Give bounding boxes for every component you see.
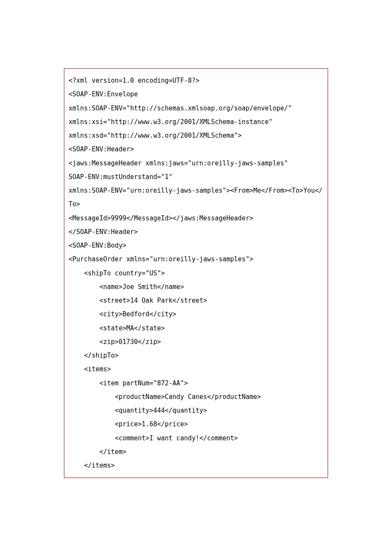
- code-content: <?xml version=1.0 encoding=UTF-8?> <SOAP…: [69, 77, 323, 469]
- xml-code-block: <?xml version=1.0 encoding=UTF-8?> <SOAP…: [64, 68, 328, 478]
